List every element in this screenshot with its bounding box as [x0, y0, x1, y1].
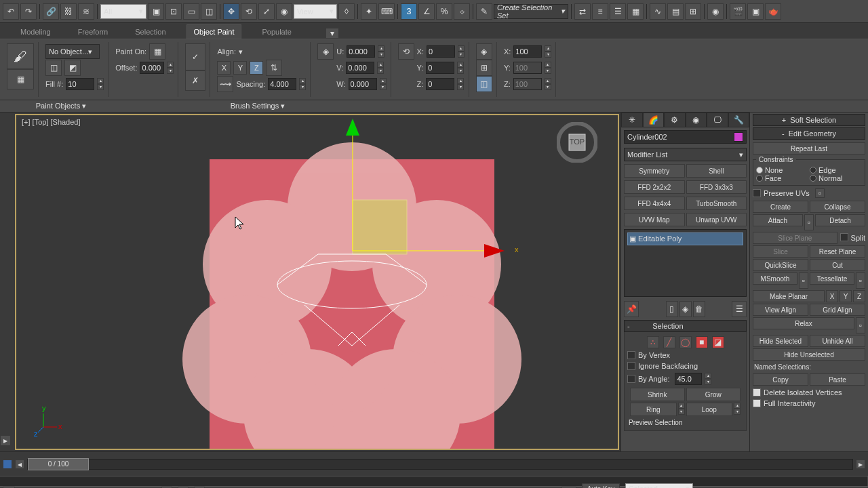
- object-name-field[interactable]: Cylinder002: [624, 130, 747, 144]
- relax-button[interactable]: Relax: [753, 317, 854, 329]
- link-icon[interactable]: 🔗: [43, 3, 59, 20]
- scatter-icon[interactable]: ⊞: [476, 60, 492, 76]
- rz-spinner[interactable]: 0: [426, 78, 454, 90]
- down-icon[interactable]: ▾: [97, 84, 104, 90]
- edit-selection-icon[interactable]: ✎: [476, 3, 492, 20]
- render-icon[interactable]: 🫖: [765, 3, 781, 20]
- loop-button[interactable]: Loop: [686, 403, 733, 416]
- unlink-icon[interactable]: ⛓: [60, 3, 77, 20]
- modifier-list-dropdown[interactable]: Modifier List▾: [624, 148, 747, 161]
- by-vertex-check[interactable]: [627, 351, 635, 359]
- preserve-uvs-check[interactable]: [753, 189, 761, 197]
- time-thumb[interactable]: 0 / 100: [28, 458, 89, 470]
- manipulate-icon[interactable]: ✦: [361, 3, 377, 20]
- placement-icon[interactable]: ◉: [276, 3, 292, 20]
- brush-settings-toggle[interactable]: Brush Settings ▾: [122, 100, 393, 112]
- unwrap-button[interactable]: Unwrap UVW: [686, 213, 747, 226]
- attach-list-icon[interactable]: ▫: [804, 214, 814, 230]
- stack-editable-poly[interactable]: ▣ Editable Poly: [627, 232, 743, 245]
- copy-button[interactable]: Copy: [753, 373, 808, 386]
- scale-icon[interactable]: ⤢: [258, 3, 275, 20]
- angle-spinner[interactable]: 45.0: [675, 373, 702, 385]
- cut-button[interactable]: Cut: [810, 259, 865, 271]
- spacing-icon[interactable]: ⟿: [217, 76, 233, 92]
- grow-button[interactable]: Grow: [686, 388, 741, 401]
- ribbon-min-icon[interactable]: ▾: [326, 28, 339, 39]
- coordinate-dropdown[interactable]: View▾: [294, 4, 337, 19]
- utilities-tab-icon[interactable]: 🔧: [728, 113, 750, 127]
- axis-y[interactable]: Y: [233, 61, 247, 75]
- tessellate-settings-icon[interactable]: ▫: [856, 272, 865, 289]
- pivot-icon[interactable]: ◊: [338, 3, 355, 20]
- snap-3d-icon[interactable]: 3: [401, 3, 417, 20]
- select-icon[interactable]: ▣: [148, 3, 164, 20]
- align-icon[interactable]: ≡: [592, 3, 608, 20]
- tab-populate[interactable]: Populate: [255, 25, 298, 39]
- pin-stack-icon[interactable]: 📌: [624, 301, 639, 317]
- by-angle-check[interactable]: [627, 375, 635, 383]
- sx-spinner[interactable]: 100: [513, 45, 542, 58]
- detach-button[interactable]: Detach: [815, 214, 865, 226]
- tessellate-button[interactable]: Tessellate: [810, 272, 854, 285]
- down-icon[interactable]: ▾: [167, 68, 174, 74]
- edge-subobj-icon[interactable]: ╱: [663, 336, 675, 348]
- make-unique-icon[interactable]: ◈: [679, 301, 692, 317]
- planar-z-button[interactable]: Z: [853, 290, 865, 302]
- selection-filter-dropdown[interactable]: All▾: [100, 4, 146, 19]
- paste-button[interactable]: Paste: [810, 373, 865, 386]
- element-subobj-icon[interactable]: ◪: [712, 336, 724, 348]
- track-bar[interactable]: [0, 476, 868, 487]
- offset-spinner[interactable]: 0.000: [140, 62, 164, 74]
- tab-modeling[interactable]: Modeling: [14, 25, 58, 39]
- constraint-none-radio[interactable]: [756, 167, 763, 174]
- modifier-stack[interactable]: ▣ Editable Poly: [624, 229, 747, 297]
- shrink-button[interactable]: Shrink: [630, 388, 685, 401]
- hide-unselected-button[interactable]: Hide Unselected: [753, 348, 865, 361]
- spinner-snap-icon[interactable]: ⟐: [454, 3, 470, 20]
- spacing-spinner[interactable]: 4.000: [268, 78, 296, 90]
- msmooth-settings-icon[interactable]: ▫: [799, 272, 808, 289]
- modify-tab-icon[interactable]: 🌈: [643, 113, 665, 127]
- undo-icon[interactable]: ↶: [3, 3, 19, 20]
- material-icon[interactable]: ◉: [707, 3, 724, 20]
- brush-icon[interactable]: 🖌: [7, 43, 34, 69]
- constraint-face-radio[interactable]: [756, 175, 763, 182]
- bind-icon[interactable]: ≋: [78, 3, 94, 20]
- render-setup-icon[interactable]: 🎬: [730, 3, 746, 20]
- ffd3-button[interactable]: FFD 3x3x3: [686, 180, 747, 194]
- tab-freeform[interactable]: Freeform: [71, 25, 115, 39]
- get-icon[interactable]: ◩: [64, 60, 81, 76]
- fill-icon[interactable]: ▦: [7, 69, 34, 89]
- remove-mod-icon[interactable]: 🗑: [693, 301, 705, 317]
- hierarchy-tab-icon[interactable]: ⚙: [664, 113, 686, 127]
- uvwmap-button[interactable]: UVW Map: [624, 213, 685, 226]
- relax-settings-icon[interactable]: ▫: [856, 317, 865, 333]
- gizmo-y-arrow[interactable]: [346, 119, 359, 136]
- symmetry-button[interactable]: Symmetry: [624, 164, 685, 178]
- move-icon[interactable]: ✥: [223, 3, 239, 20]
- border-subobj-icon[interactable]: ◯: [679, 336, 692, 348]
- view-align-button[interactable]: View Align: [753, 304, 808, 316]
- axis-x[interactable]: X: [217, 61, 231, 75]
- ribbon-icon[interactable]: ▦: [627, 3, 644, 20]
- select-region-icon[interactable]: ▭: [183, 3, 199, 20]
- select-name-icon[interactable]: ⊡: [165, 3, 182, 20]
- ffd4-button[interactable]: FFD 4x4x4: [624, 197, 685, 210]
- ffd2-button[interactable]: FFD 2x2x2: [624, 180, 685, 194]
- ry-spinner[interactable]: 0: [426, 62, 454, 74]
- rotate-icon[interactable]: ⟲: [241, 3, 257, 20]
- layers-icon[interactable]: ☰: [610, 3, 626, 20]
- render-frame-icon[interactable]: ▣: [747, 3, 764, 20]
- vertex-subobj-icon[interactable]: ∴: [647, 336, 659, 348]
- split-check[interactable]: [840, 233, 848, 241]
- up-icon[interactable]: ▴: [167, 62, 174, 68]
- play-icon[interactable]: ▸: [0, 435, 11, 446]
- timeline-prev-icon[interactable]: ◂: [15, 460, 24, 469]
- soft-selection-rollout[interactable]: + Soft Selection: [753, 114, 865, 126]
- viewport-canvas[interactable]: x y x z: [16, 115, 618, 449]
- rx-spinner[interactable]: 0: [427, 45, 455, 58]
- reset-plane-button[interactable]: Reset Plane: [810, 245, 865, 258]
- percent-snap-icon[interactable]: %: [436, 3, 452, 20]
- collapse-button[interactable]: Collapse: [810, 201, 865, 213]
- angle-snap-icon[interactable]: ∠: [418, 3, 435, 20]
